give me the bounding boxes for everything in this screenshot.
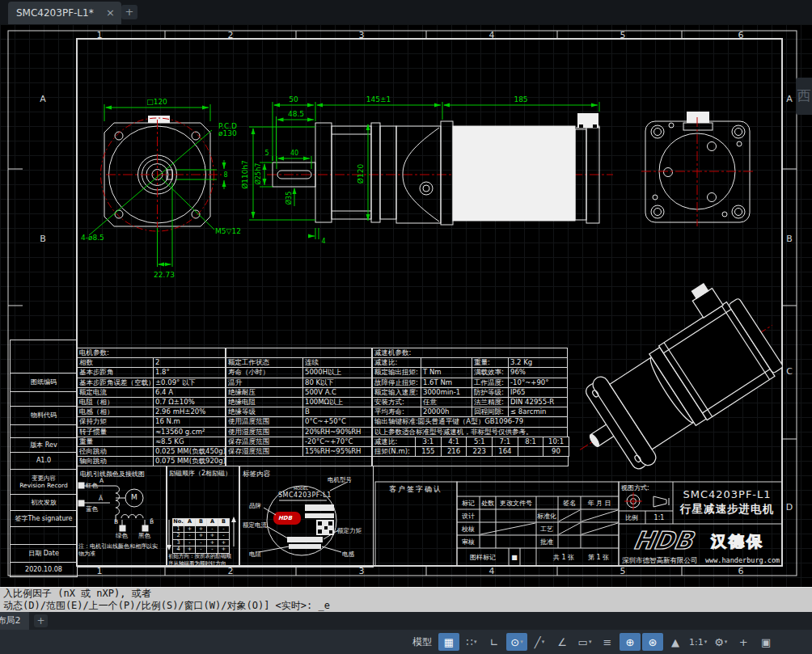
table-cell: 3000min-1 bbox=[421, 388, 472, 398]
excitation-cell: - bbox=[196, 540, 207, 547]
table-cell: 额定电流 bbox=[78, 388, 154, 398]
layout-tab-bar: 布局2 + bbox=[0, 612, 812, 630]
part-name: 行星减速步进电机 bbox=[680, 502, 774, 517]
command-line-panel: 入比例因子 (nX 或 nXP), 或者 动态(D)/范围(E)/上一个(P)/… bbox=[0, 587, 812, 613]
motor-symbol-label: M bbox=[131, 493, 137, 501]
tb-approve: 批准 bbox=[540, 538, 553, 546]
close-icon[interactable]: × bbox=[106, 2, 115, 24]
layout-tab[interactable]: 布局2 bbox=[0, 612, 29, 630]
excitation-note: 初始方向：按所表的励磁顺序从轴端看为顺时针方向 bbox=[168, 553, 235, 567]
table-cell: 平均寿命: bbox=[373, 407, 421, 417]
table-cell: 满载效率: bbox=[472, 368, 509, 378]
table-cell: ≈13560 g.cm² bbox=[154, 428, 226, 437]
table-cell: ≤ 8arcmin bbox=[509, 407, 568, 417]
plate-model-value: SMC4203PF-L1 bbox=[278, 492, 332, 499]
table-cell: 转子惯量 bbox=[78, 428, 154, 437]
table-cell: 绝缘等级 bbox=[226, 407, 303, 417]
revision-strip-row: 版本 Rev bbox=[11, 438, 77, 453]
grid-display-toggle[interactable]: ▦ bbox=[438, 633, 459, 651]
revision-strip: 图纸编码物料代码版本 RevA1.0变更内容 Revision Record初次… bbox=[10, 340, 78, 577]
excitation-cell: - bbox=[207, 526, 218, 534]
table-cell: 0°C~+50°C bbox=[303, 417, 372, 427]
table-cell: 任意 bbox=[421, 398, 472, 407]
table-cell: 20%RH~90%RH bbox=[303, 428, 372, 437]
th-sign: 签名 bbox=[563, 499, 576, 508]
excitation-header-cell: No. bbox=[173, 519, 184, 526]
table-cell: 重量: bbox=[472, 358, 509, 368]
view-method-label: 视图方式: bbox=[621, 483, 649, 492]
excitation-cell: + bbox=[207, 533, 218, 540]
dynamic-input-toggle[interactable]: ▭▾ bbox=[574, 633, 595, 651]
table-cell: B bbox=[303, 407, 372, 417]
table-cell: 15%RH~95%RH bbox=[303, 447, 372, 457]
isolate-objects-button[interactable]: ▣ bbox=[755, 633, 776, 651]
revision-strip-row: 图纸编码 bbox=[11, 373, 77, 392]
isometric-drafting-toggle[interactable]: ╱▾ bbox=[529, 633, 550, 651]
table-cell: 100MΩ以上 bbox=[303, 398, 372, 407]
chevron-down-icon[interactable]: ▾ bbox=[725, 639, 728, 645]
tb-design: 设计 bbox=[462, 512, 475, 521]
document-tab-bar: SMC4203PF-L1* × + bbox=[0, 0, 812, 24]
annotation-visibility-toggle[interactable]: ▲ bbox=[665, 633, 686, 651]
chevron-down-icon[interactable]: ▾ bbox=[704, 639, 708, 645]
company-website: www.handerburg.com bbox=[705, 556, 780, 564]
callout-current: 额定电流 bbox=[243, 521, 267, 530]
th-date: 年 月 日 bbox=[587, 499, 611, 508]
chevron-down-icon[interactable]: ▾ bbox=[474, 639, 477, 645]
new-tab-button[interactable]: + bbox=[121, 5, 137, 19]
tb-sheet-no: 第 1 张 bbox=[588, 553, 609, 562]
lineweight-toggle[interactable]: ≡ bbox=[597, 633, 618, 651]
object-snap-3d-toggle[interactable]: ⊛ bbox=[642, 633, 663, 651]
crosshair-button[interactable]: + bbox=[733, 633, 754, 651]
table-cell: 回程间隙: bbox=[472, 407, 509, 417]
excitation-cell: 2 bbox=[173, 533, 184, 540]
tb-check: 校核 bbox=[462, 525, 475, 534]
table-cell: 故障停止扭矩: bbox=[373, 378, 421, 388]
customization-settings-button[interactable]: ⚙▾ bbox=[710, 633, 731, 651]
callout-inductance: 电感 bbox=[342, 551, 354, 559]
table-cell bbox=[421, 358, 472, 368]
callout-resistance: 电阻 bbox=[249, 551, 261, 559]
table-cell: 额定输入速度: bbox=[373, 388, 421, 398]
excitation-header-cell: Ā bbox=[207, 519, 218, 526]
excitation-cell: - bbox=[184, 533, 196, 540]
table-cell: 8:1 bbox=[518, 437, 544, 447]
document-tab[interactable]: SMC4203PF-L1* × bbox=[8, 2, 121, 24]
table-cell: 寿命（小时） bbox=[226, 368, 303, 378]
revision-strip-row bbox=[11, 392, 77, 407]
table-cell: 16 N.m bbox=[154, 417, 226, 427]
ortho-mode-toggle[interactable]: ∟ bbox=[484, 633, 505, 651]
table-cell: 4:1 bbox=[442, 437, 467, 447]
table-cell: 使用温度范围 bbox=[226, 417, 303, 427]
chevron-down-icon[interactable]: ▾ bbox=[520, 639, 523, 645]
excitation-cell: - bbox=[184, 540, 196, 547]
table-cell: 10:1 bbox=[543, 437, 569, 447]
callout-brand: 品牌 bbox=[249, 502, 261, 510]
table-cell: 2 bbox=[154, 358, 226, 368]
table-cell: 额定输出扭矩: bbox=[373, 368, 421, 378]
table-cell: 基本步距角 bbox=[78, 368, 154, 378]
table-cell: 基本步距角误差（空载） bbox=[78, 378, 154, 388]
annotation-scale-button[interactable]: 1:1▾ bbox=[687, 633, 708, 651]
table-cell: IP65 bbox=[509, 388, 568, 398]
table-cell: 输出轴键标准:圆头普通平键（A型）GB1096-79 bbox=[373, 417, 568, 427]
table-cell: 2.96 mH±20% bbox=[154, 407, 226, 417]
table-cell: 绝缘耐压 bbox=[226, 388, 303, 398]
company-logo: HDB bbox=[631, 526, 695, 555]
revision-strip-row bbox=[11, 340, 77, 373]
model-space-button[interactable]: 模型 bbox=[408, 635, 437, 649]
object-snap-toggle[interactable]: ⊕ bbox=[620, 633, 641, 651]
revision-strip-row: 2020.10.08 bbox=[11, 563, 77, 576]
add-layout-button[interactable]: + bbox=[34, 614, 48, 627]
object-snap-tracking-toggle[interactable]: ∠ bbox=[552, 633, 573, 651]
command-input-line[interactable]: 动态(D)/范围(E)/上一个(P)/比例(S)/窗口(W)/对象(O)] <实… bbox=[0, 600, 812, 612]
table-cell: 绝缘电阻 bbox=[226, 398, 303, 407]
environment-params-table: 额定工作状态连续寿命（小时）5000H以上温升80 K以下绝缘耐压500V A.… bbox=[226, 348, 372, 466]
wiring-note: 注：电机引出线颜色和相序以实物为准 bbox=[78, 543, 163, 558]
table-cell: 7:1 bbox=[493, 437, 518, 447]
chevron-down-icon[interactable]: ▾ bbox=[589, 639, 592, 645]
polar-tracking-toggle[interactable]: ⊙▾ bbox=[506, 633, 527, 651]
chevron-down-icon[interactable]: ▾ bbox=[542, 639, 545, 645]
snap-mode-toggle[interactable]: ∷▾ bbox=[461, 633, 482, 651]
table-cell: 连续 bbox=[303, 358, 372, 368]
